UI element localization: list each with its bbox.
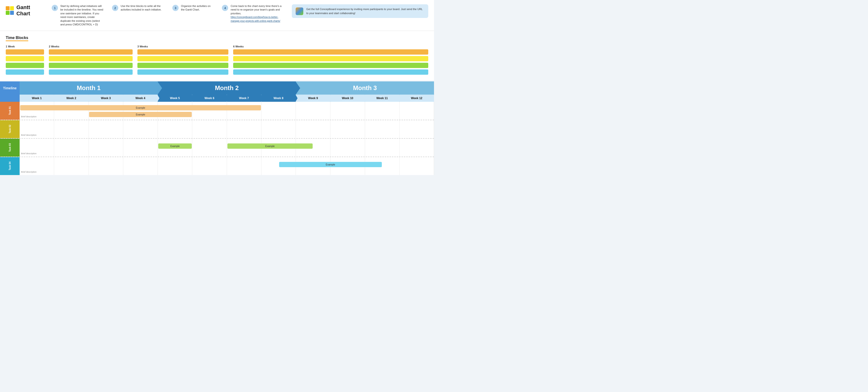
task-03-cell-12 xyxy=(400,139,434,157)
month-header-row: Timeline Month 1 Month 2 Month 3 xyxy=(0,82,434,95)
bar-cyan-3 xyxy=(137,69,228,75)
task-02-cell-7 xyxy=(227,120,261,138)
step-3: 3 Organize the activities on the Gantt C… xyxy=(173,4,214,12)
timeline-label: Timeline xyxy=(0,82,20,95)
step-1-number: 1 xyxy=(52,5,58,11)
task-02-desc: Brief description xyxy=(21,134,37,136)
step-2-text: Use the time blocks to write all the act… xyxy=(121,4,165,12)
task-02-cell-6 xyxy=(192,120,227,138)
task-02-cell-8 xyxy=(261,120,296,138)
task-04-cell-5 xyxy=(158,157,192,175)
task-04-cell-3 xyxy=(89,157,123,175)
collab-icon xyxy=(296,7,303,15)
bar-cyan-2 xyxy=(49,69,133,75)
collab-text: Get the full Conceptboard experience by … xyxy=(306,7,425,15)
task-01-cell-12 xyxy=(400,102,434,120)
task-01-cell-4 xyxy=(123,102,158,120)
bar-cyan-6 xyxy=(233,69,428,75)
task-rows: Task 01 Example Exampl xyxy=(0,102,434,175)
bar-orange-1 xyxy=(6,49,44,55)
step-2-number: 2 xyxy=(112,5,118,11)
step-1-text: Start by defining what initiatives will … xyxy=(60,4,104,26)
task-row-04: Task 04 Example Brief description xyxy=(0,157,434,175)
block-3weeks-bars xyxy=(137,49,228,75)
bar-green-6 xyxy=(233,63,428,68)
block-2weeks-bars xyxy=(49,49,133,75)
task-03-cell-10 xyxy=(330,139,365,157)
time-blocks-title: Time Blocks xyxy=(6,36,28,41)
step-4-text: Come back to the chart every time there'… xyxy=(230,4,284,23)
bar-green-3 xyxy=(137,63,228,68)
block-1week-label: 1 Week xyxy=(6,45,44,48)
week-11-header: Week 11 xyxy=(365,95,400,102)
task-01-cell-11 xyxy=(365,102,400,120)
task-row-03: Task 03 Example Example xyxy=(0,139,434,157)
task-03-cell-2 xyxy=(54,139,89,157)
bar-green-2 xyxy=(49,63,133,68)
learn-more-link[interactable]: https://conceptboard.com/blog/how-to-bet… xyxy=(230,16,280,22)
app-title: Gantt Chart xyxy=(16,4,44,17)
task-04-desc: Brief description xyxy=(21,171,37,173)
block-1week-bars xyxy=(6,49,44,75)
task-01-label: Task 01 xyxy=(0,102,20,120)
bar-orange-3 xyxy=(137,49,228,55)
task-02-cell-11 xyxy=(365,120,400,138)
task-01-cell-2 xyxy=(54,102,89,120)
week-headers: Week 1 Week 2 Week 3 Week 4 Week 5 Week … xyxy=(20,95,434,102)
block-3weeks-label: 3 Weeks xyxy=(137,45,228,48)
bar-green-1 xyxy=(6,63,44,68)
task-01-cell-3 xyxy=(89,102,123,120)
task-02-cell-2 xyxy=(54,120,89,138)
week-2-header: Week 2 xyxy=(54,95,89,102)
task-01-content: Example Example Brief description xyxy=(20,102,434,120)
logo-area: Gantt Chart xyxy=(6,4,44,17)
block-2weeks-label: 2 Weeks xyxy=(49,45,133,48)
week-6-header: Week 6 xyxy=(192,95,227,102)
task-01-desc: Brief description xyxy=(21,115,37,118)
bar-cyan-1 xyxy=(6,69,44,75)
gantt-section: Timeline Month 1 Month 2 Month 3 Week 1 … xyxy=(0,82,434,175)
time-blocks-section: Time Blocks 1 Week 2 Weeks 3 Weeks xyxy=(0,31,434,81)
bar-orange-2 xyxy=(49,49,133,55)
time-block-3weeks: 3 Weeks xyxy=(137,45,228,75)
task-03-cell-3 xyxy=(89,139,123,157)
time-blocks-grid: 1 Week 2 Weeks 3 Weeks xyxy=(6,45,428,75)
week-7-header: Week 7 xyxy=(227,95,261,102)
task-01-bar-2: Example xyxy=(89,112,192,117)
task-01-cell-5 xyxy=(158,102,192,120)
step-2: 2 Use the time blocks to write all the a… xyxy=(112,4,165,12)
block-6weeks-label: 6 Weeks xyxy=(233,45,428,48)
task-04-bar-1: Example xyxy=(279,162,382,167)
month-2-header: Month 2 xyxy=(158,82,296,95)
header: Gantt Chart 1 Start by defining what ini… xyxy=(0,0,434,31)
logo-sq-green xyxy=(6,11,9,15)
task-01-bar-1: Example xyxy=(20,105,261,111)
week-4-header: Week 4 xyxy=(123,95,158,102)
week-12-header: Week 12 xyxy=(400,95,434,102)
bar-yellow-6 xyxy=(233,56,428,61)
task-row-02: Task 02 Brief description xyxy=(0,120,434,139)
week-10-header: Week 10 xyxy=(330,95,365,102)
task-02-label: Task 02 xyxy=(0,120,20,138)
bar-yellow-2 xyxy=(49,56,133,61)
task-03-label: Task 03 xyxy=(0,139,20,157)
bar-orange-6 xyxy=(233,49,428,55)
logo-sq-yellow xyxy=(10,6,14,10)
collab-box: Get the full Conceptboard experience by … xyxy=(292,4,428,18)
week-8-header: Week 8 xyxy=(261,95,296,102)
task-03-desc: Brief description xyxy=(21,152,37,155)
task-04-label: Task 04 xyxy=(0,157,20,175)
task-03-cell-6 xyxy=(192,139,227,157)
task-01-cell-6 xyxy=(192,102,227,120)
task-04-cell-12 xyxy=(400,157,434,175)
month-1-header: Month 1 xyxy=(20,82,158,95)
task-03-bar-2: Example xyxy=(227,144,313,149)
task-02-cell-12 xyxy=(400,120,434,138)
step-1: 1 Start by defining what initiatives wil… xyxy=(52,4,104,26)
block-6weeks-bars xyxy=(233,49,428,75)
logo-sq-blue xyxy=(10,11,14,15)
task-02-cell-5 xyxy=(158,120,192,138)
time-block-6weeks: 6 Weeks xyxy=(233,45,428,75)
task-03-cell-11 xyxy=(365,139,400,157)
task-03-content: Example Example Brief description xyxy=(20,139,434,157)
